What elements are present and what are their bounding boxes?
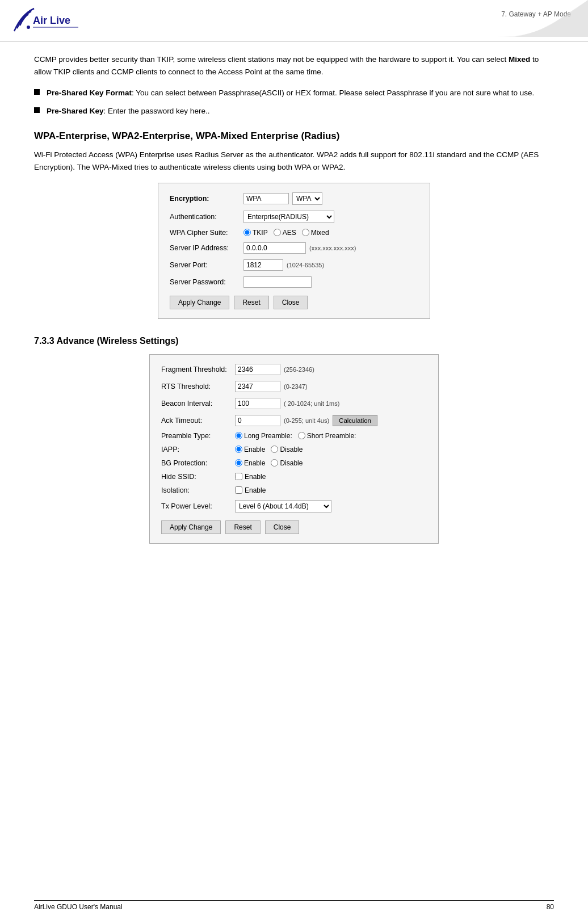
iapp-enable-text: Enable — [244, 446, 265, 453]
bullet-item-psk: Pre-Shared Key: Enter the password key h… — [34, 105, 554, 117]
server-port-control: (1024-65535) — [243, 259, 418, 271]
cipher-mixed-label[interactable]: Mixed — [302, 229, 329, 237]
cipher-tkip-label[interactable]: TKIP — [243, 229, 268, 237]
ack-row: Ack Timeout: (0-255; unit 4us) Calculati… — [161, 415, 427, 426]
bg-disable-label[interactable]: Disable — [271, 459, 303, 467]
advance-reset-button[interactable]: Reset — [225, 520, 260, 534]
bullet-icon — [34, 89, 40, 95]
isolation-check-label[interactable]: Enable — [235, 486, 266, 494]
preamble-label: Preamble Type: — [161, 432, 235, 440]
cipher-aes-text: AES — [283, 229, 296, 237]
encryption-control[interactable]: WPA — [243, 192, 418, 205]
server-port-input[interactable] — [243, 259, 283, 271]
psk-format-label: Pre-Shared Key Format — [47, 89, 132, 97]
tx-select[interactable]: Level 6 (About 14.4dB) — [235, 500, 331, 512]
auth-select[interactable]: Enterprise(RADIUS) — [243, 211, 334, 223]
advance-close-button[interactable]: Close — [265, 520, 300, 534]
beacon-row: Beacon Interval: ( 20-1024; unit 1ms) — [161, 398, 427, 409]
cipher-aes-radio[interactable] — [274, 229, 281, 236]
calculation-button[interactable]: Calculation — [333, 415, 377, 426]
preamble-short-text: Short Preamble: — [307, 432, 356, 440]
page-header: Air Live ® 7. Gateway + AP Mode — [0, 0, 588, 42]
wpa-btn-row: Apply Change Reset Close — [170, 296, 418, 309]
bg-disable-text: Disable — [280, 459, 303, 467]
iapp-disable-radio[interactable] — [271, 446, 278, 453]
preamble-long-radio[interactable] — [235, 432, 242, 439]
airlive-logo: Air Live ® — [11, 6, 85, 37]
auth-label: Authentication: — [170, 213, 243, 221]
iapp-disable-text: Disable — [280, 446, 303, 453]
encryption-row: Encryption: WPA — [170, 192, 418, 205]
server-pass-label: Server Password: — [170, 278, 243, 286]
preamble-long-label[interactable]: Long Preamble: — [235, 432, 292, 440]
rts-row: RTS Threshold: (0-2347) — [161, 381, 427, 392]
beacon-hint: ( 20-1024; unit 1ms) — [284, 400, 339, 407]
hide-ssid-control: Enable — [235, 473, 427, 481]
iapp-enable-radio[interactable] — [235, 446, 242, 453]
hide-ssid-checkbox[interactable] — [235, 473, 242, 480]
server-port-label: Server Port: — [170, 261, 243, 269]
intro-paragraph: CCMP provides better security than TKIP,… — [34, 53, 554, 78]
server-pass-input[interactable] — [243, 276, 312, 288]
hide-ssid-label: Hide SSID: — [161, 473, 235, 481]
server-ip-input[interactable] — [243, 242, 306, 254]
psk-label: Pre-Shared Key — [47, 107, 104, 115]
isolation-check-text: Enable — [245, 486, 266, 494]
encryption-input[interactable] — [243, 193, 289, 204]
bg-enable-label[interactable]: Enable — [235, 459, 265, 467]
bg-enable-radio[interactable] — [235, 459, 242, 467]
preamble-short-radio[interactable] — [298, 432, 305, 439]
ack-input[interactable] — [235, 415, 280, 426]
isolation-checkbox[interactable] — [235, 486, 242, 494]
hide-ssid-check-text: Enable — [245, 473, 266, 481]
preamble-short-label[interactable]: Short Preamble: — [298, 432, 356, 440]
hide-ssid-row: Hide SSID: Enable — [161, 473, 427, 481]
cipher-label: WPA Cipher Suite: — [170, 229, 243, 237]
cipher-control: TKIP AES Mixed — [243, 229, 418, 237]
advance-panel: Fragment Threshold: (256-2346) RTS Thres… — [149, 354, 439, 544]
main-content: CCMP provides better security than TKIP,… — [0, 42, 588, 583]
encryption-select[interactable]: WPA — [292, 192, 322, 205]
preamble-long-text: Long Preamble: — [244, 432, 292, 440]
mixed-bold: Mixed — [509, 55, 530, 64]
bullet-item-psk-format: Pre-Shared Key Format: You can select be… — [34, 87, 554, 99]
preamble-control: Long Preamble: Short Preamble: — [235, 432, 427, 440]
frag-input[interactable] — [235, 364, 280, 375]
preamble-row: Preamble Type: Long Preamble: Short Prea… — [161, 432, 427, 440]
encryption-label: Encryption: — [170, 195, 243, 203]
cipher-aes-label[interactable]: AES — [274, 229, 296, 237]
ack-label: Ack Timeout: — [161, 417, 235, 425]
advance-section-title: 7.3.3 Advance (Wireless Settings) — [34, 336, 554, 346]
auth-control[interactable]: Enterprise(RADIUS) — [243, 211, 418, 223]
server-ip-row: Server IP Address: (xxx.xxx.xxx.xxx) — [170, 242, 418, 254]
bg-disable-radio[interactable] — [271, 459, 278, 467]
logo-area: Air Live ® — [11, 6, 85, 37]
iapp-enable-label[interactable]: Enable — [235, 446, 265, 453]
bg-control: Enable Disable — [235, 459, 427, 467]
frag-control: (256-2346) — [235, 364, 427, 375]
bg-label: BG Protection: — [161, 459, 235, 467]
iapp-disable-label[interactable]: Disable — [271, 446, 303, 453]
server-ip-label: Server IP Address: — [170, 244, 243, 252]
ack-hint: (0-255; unit 4us) — [284, 417, 329, 424]
cipher-row: WPA Cipher Suite: TKIP AES Mixed — [170, 229, 418, 237]
page-mode-label: 7. Gateway + AP Mode — [501, 6, 571, 18]
hide-ssid-check-label[interactable]: Enable — [235, 473, 266, 481]
cipher-mixed-radio[interactable] — [302, 229, 309, 236]
beacon-label: Beacon Interval: — [161, 400, 235, 408]
wpa-close-button[interactable]: Close — [274, 296, 308, 309]
wpa-apply-button[interactable]: Apply Change — [170, 296, 229, 309]
wpa-reset-button[interactable]: Reset — [234, 296, 268, 309]
rts-input[interactable] — [235, 381, 280, 392]
cipher-tkip-text: TKIP — [253, 229, 268, 237]
cipher-tkip-radio[interactable] — [243, 229, 251, 236]
beacon-input[interactable] — [235, 398, 280, 409]
frag-hint: (256-2346) — [284, 366, 314, 373]
bg-row: BG Protection: Enable Disable — [161, 459, 427, 467]
server-ip-control: (xxx.xxx.xxx.xxx) — [243, 242, 418, 254]
svg-text:Air Live: Air Live — [33, 15, 70, 26]
advance-apply-button[interactable]: Apply Change — [161, 520, 221, 534]
tx-control[interactable]: Level 6 (About 14.4dB) — [235, 500, 427, 512]
server-ip-hint: (xxx.xxx.xxx.xxx) — [309, 245, 356, 251]
iapp-label: IAPP: — [161, 446, 235, 453]
